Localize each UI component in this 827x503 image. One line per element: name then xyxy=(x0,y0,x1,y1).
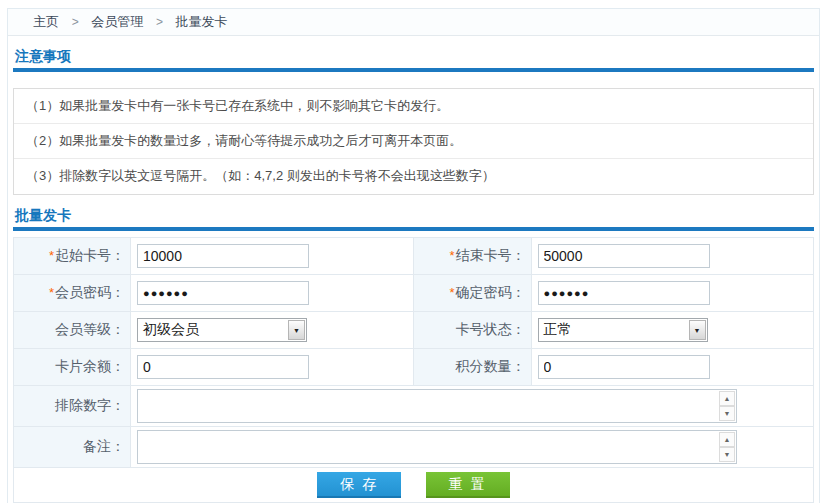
scroll-down-button[interactable]: ▼ xyxy=(719,447,735,462)
note-item: （3）排除数字以英文逗号隔开。（如：4,7,2 则发出的卡号将不会出现这些数字） xyxy=(14,159,813,194)
end-card-no-label: *结束卡号： xyxy=(413,238,531,275)
required-mark: * xyxy=(49,285,54,300)
note-item: （2）如果批量发卡的数量过多，请耐心等待提示成功之后才可离开本页面。 xyxy=(14,124,813,159)
notes-section-title: 注意事项 xyxy=(15,48,814,64)
required-mark: * xyxy=(449,285,454,300)
table-row: *会员等级： 初级会员 ▼ *卡号状态： 正常 ▼ xyxy=(14,312,814,349)
remark-textarea[interactable]: ▲ ▼ xyxy=(137,430,737,464)
exclude-digits-textarea[interactable]: ▲ ▼ xyxy=(137,389,737,423)
end-card-no-input[interactable] xyxy=(538,244,710,268)
notes-title-underline xyxy=(13,68,814,72)
table-row: *会员密码： *确定密码： xyxy=(14,275,814,312)
required-mark: * xyxy=(49,248,54,263)
card-balance-label: *卡片余额： xyxy=(14,349,131,386)
page-container: 主页 > 会员管理 > 批量发卡 注意事项 （1）如果批量发卡中有一张卡号已存在… xyxy=(7,8,820,503)
save-button[interactable]: 保 存 xyxy=(317,472,401,498)
exclude-digits-label: *排除数字： xyxy=(14,386,131,427)
card-balance-input[interactable] xyxy=(137,355,309,379)
card-status-select[interactable]: 正常 ▼ xyxy=(538,318,708,342)
chevron-down-icon: ▼ xyxy=(694,327,701,334)
dropdown-arrow-button[interactable]: ▼ xyxy=(689,320,706,340)
breadcrumb-member-mgmt-link[interactable]: 会员管理 xyxy=(91,14,143,29)
member-password-label: *会员密码： xyxy=(14,275,131,312)
table-row: 保 存 重 置 xyxy=(14,468,814,503)
batch-card-form: *起始卡号： *结束卡号： *会员密码： *确定密码： *会员等级： 初级会员 … xyxy=(13,237,814,503)
form-title-underline xyxy=(13,227,814,231)
textarea-scrollbar[interactable]: ▲ ▼ xyxy=(719,432,735,462)
confirm-password-input[interactable] xyxy=(538,281,710,305)
scroll-down-icon: ▼ xyxy=(724,451,731,458)
scroll-up-icon: ▲ xyxy=(724,436,731,443)
card-status-label: *卡号状态： xyxy=(413,312,531,349)
member-level-select[interactable]: 初级会员 ▼ xyxy=(137,318,307,342)
form-section-title: 批量发卡 xyxy=(15,207,814,223)
table-row: *备注： ▲ ▼ xyxy=(14,427,814,468)
scroll-down-button[interactable]: ▼ xyxy=(719,406,735,421)
member-level-label: *会员等级： xyxy=(14,312,131,349)
scroll-down-icon: ▼ xyxy=(724,410,731,417)
required-mark: * xyxy=(449,248,454,263)
member-password-input[interactable] xyxy=(137,281,309,305)
dropdown-arrow-button[interactable]: ▼ xyxy=(288,320,305,340)
points-amount-input[interactable] xyxy=(538,355,710,379)
member-level-selected-value: 初级会员 xyxy=(138,321,287,339)
card-status-selected-value: 正常 xyxy=(539,321,688,339)
notes-box: （1）如果批量发卡中有一张卡号已存在系统中，则不影响其它卡的发行。 （2）如果批… xyxy=(13,88,814,195)
confirm-password-label: *确定密码： xyxy=(413,275,531,312)
start-card-no-input[interactable] xyxy=(137,244,309,268)
table-row: *卡片余额： *积分数量： xyxy=(14,349,814,386)
scroll-up-icon: ▲ xyxy=(724,395,731,402)
table-row: *排除数字： ▲ ▼ xyxy=(14,386,814,427)
breadcrumb-separator: > xyxy=(156,15,163,29)
breadcrumb: 主页 > 会员管理 > 批量发卡 xyxy=(8,9,819,36)
start-card-no-label: *起始卡号： xyxy=(14,238,131,275)
breadcrumb-home-link[interactable]: 主页 xyxy=(33,14,59,29)
content-area: 注意事项 （1）如果批量发卡中有一张卡号已存在系统中，则不影响其它卡的发行。 （… xyxy=(8,48,819,503)
chevron-down-icon: ▼ xyxy=(293,327,300,334)
textarea-scrollbar[interactable]: ▲ ▼ xyxy=(719,391,735,421)
points-amount-label: *积分数量： xyxy=(413,349,531,386)
reset-button[interactable]: 重 置 xyxy=(426,472,510,498)
note-item: （1）如果批量发卡中有一张卡号已存在系统中，则不影响其它卡的发行。 xyxy=(14,89,813,124)
remark-label: *备注： xyxy=(14,427,131,468)
scroll-up-button[interactable]: ▲ xyxy=(719,391,735,406)
breadcrumb-current-page: 批量发卡 xyxy=(176,14,228,29)
breadcrumb-separator: > xyxy=(72,15,79,29)
table-row: *起始卡号： *结束卡号： xyxy=(14,238,814,275)
scroll-up-button[interactable]: ▲ xyxy=(719,432,735,447)
